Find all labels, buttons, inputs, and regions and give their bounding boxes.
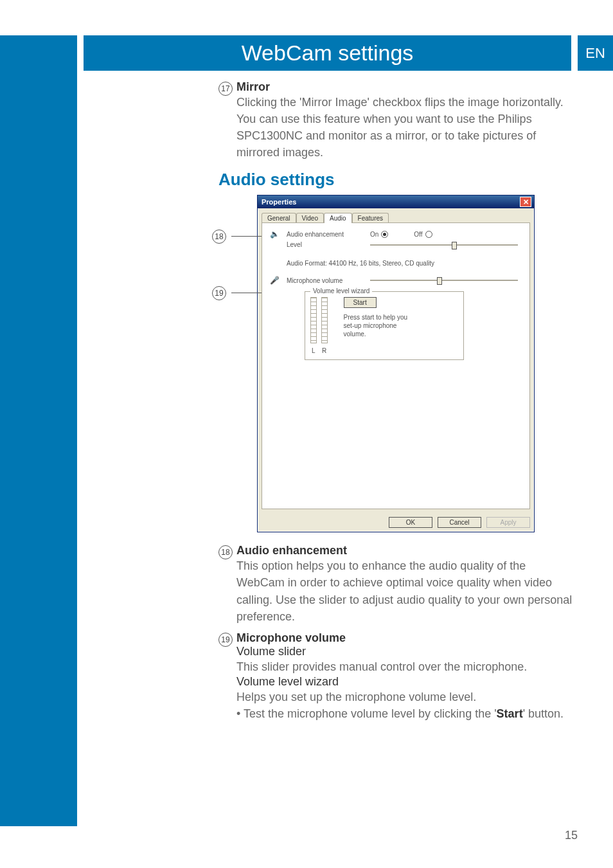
wizard-help-text: Press start to help you set-up microphon… — [344, 313, 408, 338]
vu-label-l: L — [312, 347, 315, 354]
callout-18-body: 18 — [218, 545, 233, 559]
microphone-icon: 🎤 — [269, 276, 280, 285]
language-badge: EN — [578, 35, 613, 71]
audio-format-text: Audio Format: 44100 Hz, 16 bits, Stereo,… — [287, 260, 523, 267]
callout-19: 19 — [212, 286, 226, 300]
volume-slider-subhead: Volume slider — [236, 645, 574, 658]
volume-wizard-legend: Volume level wizard — [310, 287, 372, 294]
properties-dialog-figure: 18 19 Properties ✕ General Video Audio F… — [257, 195, 574, 532]
item-audio-enhancement: 18 Audio enhancement This option helps y… — [218, 544, 574, 624]
item-mirror-text: Clicking the 'Mirror Image' checkbox fli… — [236, 94, 574, 161]
item-mirror: 17 Mirror Clicking the 'Mirror Image' ch… — [218, 80, 574, 161]
volume-wizard-fieldset: Volume level wizard L R Start Press star… — [305, 291, 464, 360]
volume-wizard-text: Helps you set up the microphone volume l… — [236, 689, 574, 705]
tab-general[interactable]: General — [262, 213, 296, 223]
tab-features[interactable]: Features — [352, 213, 389, 223]
item-18-title: Audio enhancement — [236, 544, 574, 557]
mic-volume-slider[interactable] — [370, 280, 518, 281]
speaker-icon: 🔈 — [269, 230, 280, 239]
audio-enhancement-label: Audio enhancement — [287, 231, 370, 238]
banner-left-block — [0, 35, 77, 71]
properties-dialog: Properties ✕ General Video Audio Feature… — [257, 195, 535, 532]
section-heading-audio: Audio settings — [218, 170, 574, 190]
volume-wizard-subhead: Volume level wizard — [236, 675, 574, 689]
ok-button[interactable]: OK — [389, 517, 432, 528]
item-microphone-volume: 19 Microphone volume Volume slider This … — [218, 631, 574, 722]
cancel-button[interactable]: Cancel — [438, 517, 481, 528]
vu-left — [310, 297, 317, 343]
bullet-suffix: ' button. — [523, 707, 564, 720]
vu-meters: L R — [310, 297, 330, 354]
banner-row: WebCam settings EN — [0, 35, 613, 71]
radio-off[interactable]: Off — [414, 231, 432, 238]
callout-17: 17 — [218, 82, 233, 96]
tab-video[interactable]: Video — [296, 213, 324, 223]
page-title: WebCam settings — [84, 35, 571, 71]
item-18-text: This option helps you to enhance the aud… — [236, 557, 574, 624]
dialog-title: Properties — [262, 198, 296, 206]
apply-button[interactable]: Apply — [486, 517, 530, 528]
volume-slider-text: This slider provides manual control over… — [236, 658, 574, 675]
level-label: Level — [287, 241, 370, 248]
radio-on-dot — [381, 231, 388, 238]
level-slider[interactable] — [370, 244, 518, 246]
radio-on[interactable]: On — [370, 231, 388, 238]
mic-volume-label: Microphone volume — [287, 277, 370, 284]
callout-18: 18 — [212, 230, 226, 244]
item-19-title: Microphone volume — [236, 631, 574, 645]
radio-off-dot — [425, 231, 432, 238]
radio-off-label: Off — [414, 231, 422, 238]
vu-right — [321, 297, 328, 343]
item-mirror-title: Mirror — [236, 80, 574, 94]
vu-label-r: R — [322, 347, 326, 354]
close-icon[interactable]: ✕ — [520, 197, 531, 207]
left-brand-column — [0, 35, 77, 826]
tab-audio[interactable]: Audio — [324, 213, 352, 223]
bullet-prefix: • Test the microphone volume level by cl… — [236, 707, 497, 720]
bullet-bold: Start — [497, 707, 523, 720]
radio-on-label: On — [370, 231, 378, 238]
content-area: 17 Mirror Clicking the 'Mirror Image' ch… — [218, 80, 574, 728]
callout-19-body: 19 — [218, 633, 233, 647]
page-number: 15 — [565, 829, 578, 842]
wizard-start-button[interactable]: Start — [344, 297, 377, 308]
volume-wizard-bullet: • Test the microphone volume level by cl… — [236, 705, 574, 722]
